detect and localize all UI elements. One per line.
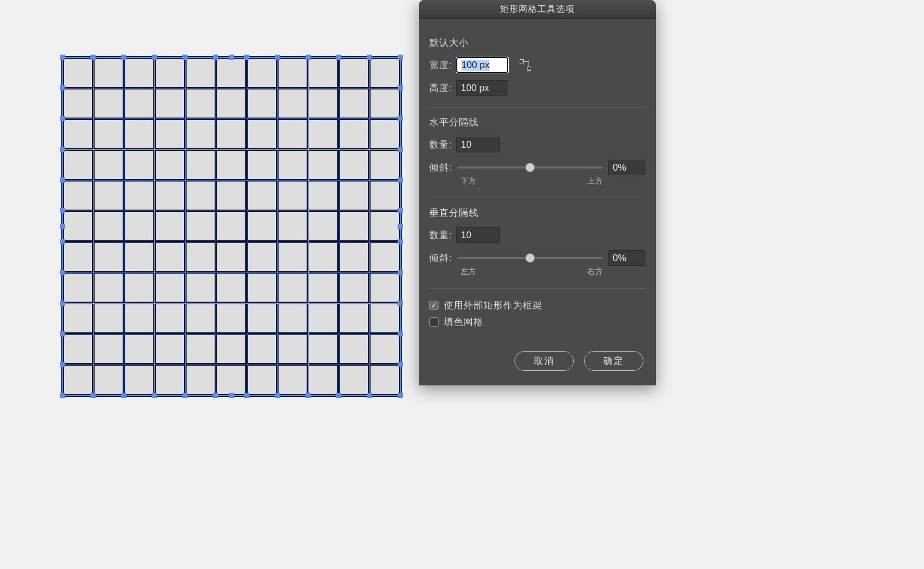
horizontal-skew-left-label: 下方 bbox=[460, 176, 476, 186]
fill-grid-checkbox[interactable] bbox=[429, 317, 439, 327]
section-vertical-dividers: 垂直分隔线 数量: 倾斜: 左方 右方 bbox=[429, 198, 645, 289]
horizontal-skew-thumb[interactable] bbox=[525, 163, 535, 172]
height-label: 高度: bbox=[429, 82, 452, 94]
rectangular-grid-options-dialog: 矩形网格工具选项 默认大小 宽度: 高度: 水平分隔线 数量: bbox=[419, 0, 656, 385]
use-outer-rect-label: 使用外部矩形作为框架 bbox=[444, 299, 543, 312]
vertical-heading: 垂直分隔线 bbox=[429, 206, 645, 219]
horizontal-skew-label: 倾斜: bbox=[429, 161, 452, 174]
constrain-proportions-icon[interactable] bbox=[520, 59, 531, 71]
vertical-count-input[interactable] bbox=[456, 227, 500, 243]
horizontal-count-label: 数量: bbox=[429, 138, 452, 151]
horizontal-skew-slider[interactable] bbox=[457, 166, 603, 169]
horizontal-skew-right-label: 上方 bbox=[587, 176, 603, 186]
horizontal-heading: 水平分隔线 bbox=[429, 116, 645, 128]
horizontal-skew-value[interactable] bbox=[608, 160, 645, 175]
cancel-button[interactable]: 取消 bbox=[514, 351, 574, 371]
grid-preview bbox=[62, 57, 400, 395]
vertical-skew-left-label: 左方 bbox=[460, 267, 476, 277]
vertical-skew-slider[interactable] bbox=[457, 257, 603, 259]
default-size-heading: 默认大小 bbox=[429, 36, 645, 49]
horizontal-count-input[interactable] bbox=[456, 137, 500, 152]
width-label: 宽度: bbox=[429, 59, 452, 71]
vertical-skew-right-label: 右方 bbox=[587, 267, 603, 277]
width-input[interactable] bbox=[456, 57, 508, 73]
vertical-skew-thumb[interactable] bbox=[525, 253, 535, 263]
fill-grid-label: 填色网格 bbox=[444, 316, 483, 328]
ok-button[interactable]: 确定 bbox=[584, 351, 643, 371]
vertical-count-label: 数量: bbox=[429, 229, 452, 241]
section-horizontal-dividers: 水平分隔线 数量: 倾斜: 下方 上方 bbox=[429, 108, 645, 198]
dialog-title: 矩形网格工具选项 bbox=[419, 0, 656, 19]
section-default-size: 默认大小 宽度: 高度: bbox=[429, 28, 645, 108]
height-input[interactable] bbox=[456, 80, 508, 96]
vertical-skew-value[interactable] bbox=[608, 250, 645, 266]
vertical-skew-label: 倾斜: bbox=[429, 252, 452, 264]
use-outer-rect-checkbox[interactable]: ✓ bbox=[429, 301, 439, 310]
